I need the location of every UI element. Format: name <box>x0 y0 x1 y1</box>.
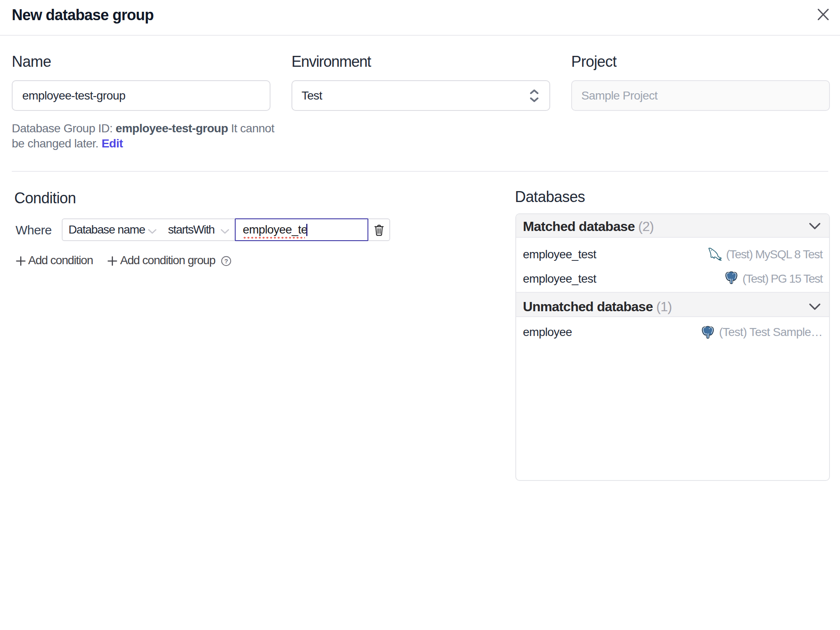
svg-text:?: ? <box>224 257 228 265</box>
